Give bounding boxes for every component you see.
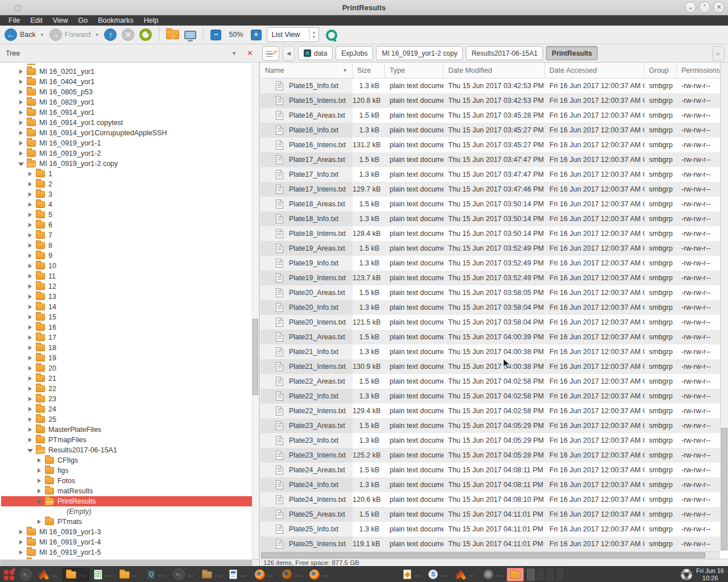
forward-button[interactable]: → Forward ▼ [49, 28, 100, 41]
file-list-vertical-scrollbar[interactable] [720, 63, 728, 551]
tree-item-9[interactable]: 9 [1, 251, 253, 261]
file-row-Plate24_Intens.txt[interactable]: Plate24_Intens.txt 120.6 kB plain text d… [260, 492, 720, 507]
edit-location-button[interactable]: ✎ [262, 46, 279, 61]
tree-item-PrintResults[interactable]: PrintResults [1, 496, 253, 506]
tree-item-MI-16_0919_yor1-3[interactable]: MI 16_0919_yor1-3 [1, 527, 253, 537]
expander-icon[interactable] [27, 232, 33, 238]
file-list-vertical-scrollbar-thumb[interactable] [721, 428, 727, 550]
tree-item-6[interactable]: 6 [1, 220, 253, 230]
expander-icon[interactable] [27, 171, 33, 177]
taskbar-button-writer-doc[interactable]: ... [226, 568, 250, 581]
file-row-Plate19_Areas.txt[interactable]: Plate19_Areas.txt 1.5 kB plain text docu… [260, 241, 720, 256]
expander-icon[interactable] [27, 222, 33, 228]
file-row-Plate24_Areas.txt[interactable]: Plate24_Areas.txt 1.5 kB plain text docu… [260, 463, 720, 477]
tree-item-24[interactable]: 24 [1, 404, 253, 414]
expander-icon[interactable] [27, 325, 33, 330]
tree-item-MI-16_0805_p53[interactable]: MI 16_0805_p53 [1, 87, 253, 97]
expander-icon[interactable] [18, 110, 24, 115]
stop-button[interactable]: ✕ [122, 28, 134, 41]
tree-item-13[interactable]: 13 [1, 292, 253, 302]
computer-button[interactable] [184, 31, 196, 39]
expander-icon[interactable] [27, 181, 33, 187]
tree-item-15[interactable]: 15 [1, 312, 253, 322]
file-row-Plate25_Intens.txt[interactable]: Plate25_Intens.txt 119.1 kB plain text d… [260, 537, 720, 551]
expander-icon[interactable] [36, 468, 42, 473]
expander-icon[interactable] [27, 335, 33, 340]
tree-item-MI-16_0404_yor1[interactable]: MI 16_0404_yor1 [1, 77, 253, 87]
file-row-Plate15_Intens.txt[interactable]: Plate15_Intens.txt 120.8 kB plain text d… [260, 93, 720, 108]
expander-icon[interactable] [27, 427, 33, 433]
workspace-3[interactable] [545, 568, 555, 581]
expander-icon[interactable] [18, 529, 24, 535]
taskbar-button-terminal[interactable] [18, 568, 34, 581]
file-row-Plate20_Info.txt[interactable]: Plate20_Info.txt 1.3 kB plain text docum… [260, 300, 720, 315]
column-header-permissions[interactable]: Permissions [677, 63, 719, 78]
expander-icon[interactable] [27, 386, 33, 392]
expander-icon[interactable] [18, 151, 24, 156]
tree-item-17[interactable]: 17 [1, 332, 253, 343]
file-row-Plate17_Intens.txt[interactable]: Plate17_Intens.txt 129.7 kB plain text d… [260, 182, 720, 197]
workspace-2[interactable] [536, 568, 545, 581]
tree-item-matResults[interactable]: matResults [1, 486, 253, 496]
tree-item-PTmats[interactable]: PTmats [1, 517, 253, 527]
tree-item-4[interactable]: 4 [1, 199, 253, 210]
close-button[interactable]: ✕ [713, 2, 725, 13]
expander-icon[interactable] [18, 64, 24, 64]
taskbar-button-s-app[interactable]: ... [425, 568, 450, 581]
view-mode-select[interactable]: List View ▲ ▼ [267, 27, 319, 42]
tree-horizontal-scrollbar-thumb[interactable] [1, 560, 252, 566]
file-row-Plate22_Info.txt[interactable]: Plate22_Info.txt 1.3 kB plain text docum… [260, 389, 720, 404]
expander-icon[interactable] [27, 376, 33, 381]
back-dropdown-icon[interactable]: ▼ [40, 32, 44, 38]
menu-help[interactable]: Help [139, 15, 164, 26]
expander-icon[interactable] [27, 273, 33, 279]
column-header-type[interactable]: Type [385, 63, 444, 78]
tree-item-20[interactable]: 20 [1, 363, 253, 373]
expander-icon[interactable] [27, 365, 33, 371]
tree-item-5[interactable]: 5 [1, 210, 253, 220]
tree-item-MI-16_0919_yor1-1[interactable]: MI 16_0919_yor1-1 [1, 138, 253, 148]
tree-horizontal-scrollbar[interactable] [0, 559, 259, 566]
path-button-Results2017-06-15A1[interactable]: Results2017-06-15A1 [466, 46, 543, 60]
menu-go[interactable]: Go [73, 15, 93, 26]
expander-icon[interactable] [27, 447, 33, 453]
tree-item-18[interactable]: 18 [1, 343, 253, 353]
file-row-Plate20_Intens.txt[interactable]: Plate20_Intens.txt 121.5 kB plain text d… [260, 315, 720, 330]
path-button-data[interactable]: data [298, 46, 333, 60]
tree-item-1[interactable]: 1 [1, 169, 253, 179]
file-list-horizontal-scrollbar[interactable] [260, 551, 720, 559]
taskbar-button-firefox[interactable]: ... [306, 568, 332, 581]
expander-icon[interactable] [36, 478, 42, 484]
up-button[interactable]: ↑ [104, 28, 117, 41]
path-scroll-left-button[interactable]: ◀ [283, 46, 295, 61]
tree-item-figs[interactable]: figs [1, 465, 253, 476]
file-row-Plate16_Intens.txt[interactable]: Plate16_Intens.txt 131.2 kB plain text d… [260, 138, 720, 152]
column-header-date-modified[interactable]: Date Modified [444, 63, 545, 78]
expander-icon[interactable] [36, 488, 42, 494]
file-row-Plate18_Areas.txt[interactable]: Plate18_Areas.txt 1.5 kB plain text docu… [260, 197, 720, 211]
menu-bookmarks[interactable]: Bookmarks [93, 15, 139, 26]
menu-file[interactable]: File [3, 15, 25, 26]
column-header-name[interactable]: Name ▼ [260, 63, 353, 78]
expander-icon[interactable] [27, 396, 33, 402]
expander-icon[interactable] [18, 161, 24, 167]
tree-item-16[interactable]: 16 [1, 322, 253, 332]
taskbar-button-matlab[interactable]: ... [35, 568, 61, 581]
path-button-MI-16_0919_yor1-2-copy[interactable]: MI 16_0919_yor1-2 copy [376, 46, 463, 60]
column-header-size[interactable]: Size [353, 63, 385, 78]
expander-icon[interactable] [27, 406, 33, 412]
tree-item-Results2017-06-15A1[interactable]: Results2017-06-15A1 [1, 445, 253, 455]
tree-item-MI-16_0919_yor1-2[interactable]: MI 16_0919_yor1-2 [1, 148, 253, 159]
forward-dropdown-icon[interactable]: ▼ [95, 32, 100, 38]
expander-icon[interactable] [18, 79, 24, 85]
taskbar-button-firefox-dark[interactable]: ... [279, 568, 305, 581]
minimize-button[interactable]: ⌄ [685, 2, 696, 13]
expander-icon[interactable] [18, 89, 24, 95]
expander-icon[interactable] [27, 212, 33, 218]
expander-icon[interactable] [18, 140, 24, 146]
menu-edit[interactable]: Edit [25, 15, 48, 26]
taskbar-button-firefox[interactable]: ... [251, 568, 278, 581]
expander-icon[interactable] [27, 243, 33, 248]
tree-item-25[interactable]: 25 [1, 414, 253, 425]
expander-icon[interactable] [27, 437, 33, 443]
